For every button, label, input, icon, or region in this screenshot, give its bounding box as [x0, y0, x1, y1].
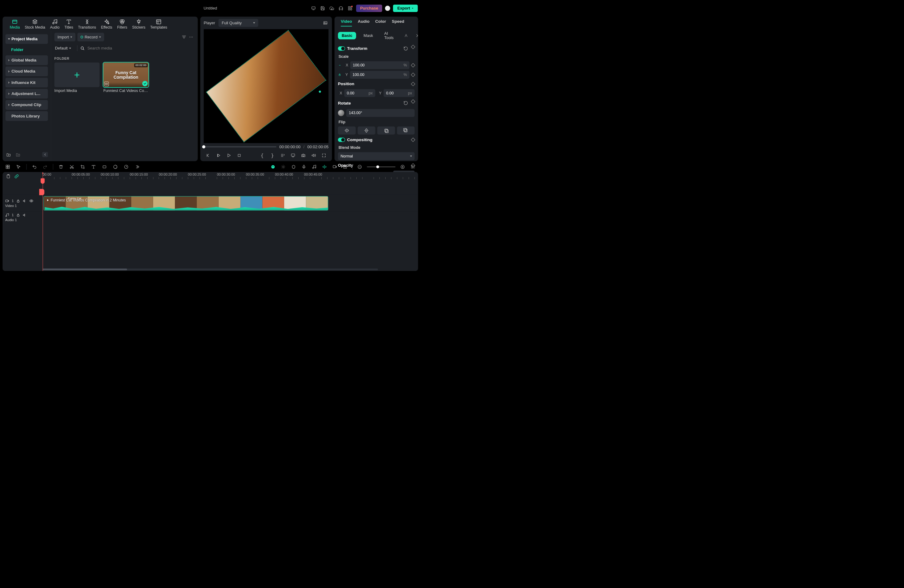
tl-grid-icon[interactable]	[5, 164, 11, 170]
tab-stock-media[interactable]: Stock Media	[25, 19, 45, 31]
tl-redo-icon[interactable]	[42, 164, 48, 170]
tl-ai-icon[interactable]	[270, 164, 276, 170]
sidebar-item-influence-kit[interactable]: Influence Kit	[6, 78, 48, 88]
mute-icon[interactable]	[23, 213, 27, 217]
subtab-basic[interactable]: Basic	[338, 32, 356, 40]
compositing-keyframe-icon[interactable]	[411, 138, 415, 142]
subtab-ai-tools[interactable]: AI Tools	[381, 30, 398, 41]
flip-horizontal-button[interactable]	[338, 126, 356, 134]
tl-select-icon[interactable]	[15, 164, 22, 170]
rotate-keyframe-icon[interactable]	[411, 100, 415, 104]
tab-audio[interactable]: Audio	[50, 19, 60, 31]
tl-clipboard-icon[interactable]	[5, 173, 11, 179]
zoom-slider[interactable]	[367, 166, 395, 167]
mark-out-button[interactable]: }	[269, 152, 275, 158]
tl-more-icon[interactable]	[134, 164, 140, 170]
filter-sort-icon[interactable]	[181, 34, 187, 40]
tl-undo-icon[interactable]	[31, 164, 37, 170]
tab-effects[interactable]: Effects	[101, 19, 112, 31]
marker-list-icon[interactable]	[280, 152, 286, 158]
avatar[interactable]	[385, 6, 390, 11]
flip-diag1-button[interactable]	[377, 126, 395, 134]
purchase-button[interactable]: Purchase	[356, 5, 382, 12]
sidebar-item-adjustment-layer[interactable]: Adjustment L...	[6, 89, 48, 99]
import-button[interactable]: Import	[54, 33, 76, 41]
pos-x-input[interactable]: 0.00px	[345, 89, 375, 97]
more-icon[interactable]	[188, 34, 194, 40]
sidebar-item-global-media[interactable]: Global Media	[6, 55, 48, 65]
tl-dim-icon[interactable]	[280, 164, 286, 170]
import-media-card[interactable]: + Import Media	[54, 62, 100, 93]
tab-color[interactable]: Color	[375, 19, 386, 27]
fullscreen-icon[interactable]	[321, 152, 327, 158]
tab-media[interactable]: Media	[10, 19, 20, 31]
tl-split-icon[interactable]	[321, 164, 327, 170]
sidebar-item-folder[interactable]: Folder	[6, 46, 48, 54]
tab-audio[interactable]: Audio	[357, 19, 369, 27]
tl-color-icon[interactable]	[112, 164, 119, 170]
play-button[interactable]	[226, 152, 232, 158]
prev-frame-button[interactable]	[205, 152, 211, 158]
stop-button[interactable]	[236, 152, 242, 158]
sidebar-item-cloud-media[interactable]: Cloud Media	[6, 66, 48, 76]
new-folder-icon[interactable]	[6, 151, 12, 158]
transform-keyframe-icon[interactable]	[411, 44, 415, 49]
snapshot-mode-icon[interactable]	[322, 20, 329, 26]
flip-vertical-button[interactable]	[357, 126, 375, 134]
sort-dropdown[interactable]: Default	[54, 44, 74, 52]
tab-filters[interactable]: Filters	[117, 19, 127, 31]
zoom-in-icon[interactable]	[400, 164, 406, 170]
tab-stickers[interactable]: Stickers	[132, 19, 145, 31]
sidebar-item-photos-library[interactable]: Photos Library	[6, 111, 48, 121]
tl-link-icon[interactable]	[14, 173, 20, 179]
search-input[interactable]	[87, 46, 139, 51]
record-button[interactable]: Record	[77, 33, 104, 41]
media-clip-card[interactable]: Funny Cat Compilation 00:02:00 Funniest …	[103, 62, 149, 93]
scale-x-keyframe-icon[interactable]	[411, 63, 415, 67]
scale-y-keyframe-icon[interactable]	[411, 73, 415, 77]
tab-speed[interactable]: Speed	[392, 19, 404, 27]
tl-text-icon[interactable]	[90, 164, 96, 170]
position-keyframe-icon[interactable]	[411, 82, 415, 86]
tl-crop-icon[interactable]	[80, 164, 86, 170]
support-icon[interactable]	[338, 5, 344, 11]
preview-monitor-icon[interactable]	[290, 152, 296, 158]
tl-add-marker-icon[interactable]	[342, 164, 348, 170]
apps-icon[interactable]	[347, 5, 353, 11]
mark-in-button[interactable]: {	[259, 152, 265, 158]
mute-icon[interactable]	[23, 199, 27, 203]
seek-bar[interactable]	[204, 146, 277, 148]
sidebar-item-project-media[interactable]: Project Media	[6, 34, 48, 44]
export-button[interactable]: Export	[393, 5, 417, 12]
import-folder-icon[interactable]	[15, 151, 21, 158]
lock-icon[interactable]	[16, 199, 20, 203]
timeline-ruler[interactable]: 00:0000:00:05:0000:00:10:0000:00:15:0000…	[43, 172, 418, 180]
tl-marker-icon[interactable]	[291, 164, 297, 170]
pos-y-input[interactable]: 0.00px	[383, 89, 414, 97]
compositing-toggle[interactable]	[338, 138, 345, 142]
tab-templates[interactable]: Templates	[150, 19, 167, 31]
tab-video[interactable]: Video	[341, 19, 352, 27]
tab-transitions[interactable]: Transitions	[78, 19, 96, 31]
transform-box[interactable]	[206, 30, 326, 142]
preview-area[interactable]	[204, 29, 329, 143]
timeline-clip[interactable]: Funny Cat Funniest Cat Videos Compilatio…	[43, 196, 328, 211]
tl-aspect-icon[interactable]	[101, 164, 107, 170]
rotation-handle[interactable]	[318, 90, 322, 94]
display-icon[interactable]	[310, 5, 316, 11]
snapshot-icon[interactable]	[300, 152, 306, 158]
rotate-knob[interactable]	[338, 110, 344, 116]
tl-voiceover-icon[interactable]	[301, 164, 307, 170]
tl-delete-icon[interactable]	[58, 164, 64, 170]
scale-x-input[interactable]: 100.00%	[350, 61, 409, 69]
zoom-out-icon[interactable]	[357, 164, 363, 170]
tl-record-screen-icon[interactable]	[332, 164, 338, 170]
blend-dropdown[interactable]: Normal	[338, 152, 414, 160]
subtab-next-icon[interactable]	[415, 33, 419, 39]
tab-titles[interactable]: Titles	[65, 19, 73, 31]
tl-cut-icon[interactable]	[69, 164, 75, 170]
reset-transform-icon[interactable]	[403, 46, 409, 52]
timeline-scrollbar[interactable]	[43, 269, 378, 270]
sidebar-item-compound-clip[interactable]: Compound Clip	[6, 100, 48, 110]
audio-icon[interactable]	[311, 152, 317, 158]
